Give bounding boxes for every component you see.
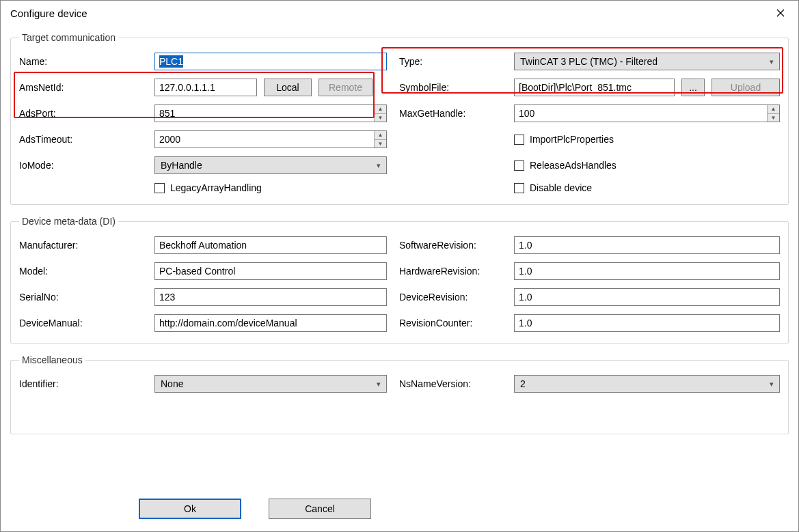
identifier-label: Identifier:: [19, 378, 142, 389]
remote-button: Remote: [319, 79, 373, 96]
symbolfile-row: ... Upload: [514, 79, 780, 96]
chevron-down-icon: ▾: [377, 161, 381, 170]
device-metadata-group: Device meta-data (DI) Manufacturer: Soft…: [10, 216, 789, 344]
symbolfile-input[interactable]: [514, 79, 675, 96]
checkbox-box: [514, 183, 524, 193]
devicerevision-input[interactable]: [514, 288, 780, 306]
amsnetid-row: Local Remote: [154, 79, 387, 96]
upload-button: Upload: [712, 79, 780, 96]
manufacturer-input[interactable]: [154, 236, 387, 254]
type-value: TwinCAT 3 PLC (TMC) - Filtered: [520, 56, 658, 67]
identifier-value: None: [161, 378, 183, 389]
adsport-spin[interactable]: 851 ▲▼: [154, 104, 387, 122]
nsnameversion-value: 2: [520, 378, 526, 389]
nsnameversion-combo[interactable]: 2 ▾: [514, 375, 780, 393]
device-metadata-legend: Device meta-data (DI): [19, 216, 118, 227]
cancel-button[interactable]: Cancel: [269, 499, 371, 519]
type-combo[interactable]: TwinCAT 3 PLC (TMC) - Filtered ▾: [514, 53, 780, 70]
manufacturer-label: Manufacturer:: [19, 240, 142, 251]
amsnetid-input[interactable]: [154, 79, 257, 96]
maxgethandle-label: MaxGetHandle:: [399, 108, 502, 119]
name-value: PLC1: [159, 55, 183, 68]
checkbox-box: [514, 160, 524, 171]
hardwarerevision-label: HardwareRevision:: [399, 266, 502, 277]
name-label: Name:: [19, 56, 142, 67]
legacyarray-label: LegacyArrayHandling: [170, 182, 262, 193]
meta-grid: Manufacturer: SoftwareRevision: Model: H…: [19, 236, 780, 332]
adsport-spinner-arrows[interactable]: ▲▼: [374, 105, 386, 122]
symbolfile-label: SymbolFile:: [399, 82, 502, 93]
identifier-combo[interactable]: None ▾: [154, 375, 387, 393]
devicemanual-input[interactable]: [154, 314, 387, 332]
devicerevision-label: DeviceRevision:: [399, 292, 502, 303]
model-label: Model:: [19, 266, 142, 277]
target-communication-legend: Target communication: [19, 32, 118, 43]
adsport-label: AdsPort:: [19, 108, 142, 119]
iomode-combo[interactable]: ByHandle ▾: [154, 156, 387, 174]
serialno-label: SerialNo:: [19, 292, 142, 303]
type-label: Type:: [399, 56, 502, 67]
footer-buttons: Ok Cancel: [139, 499, 371, 519]
adstimeout-value: 2000: [155, 131, 374, 148]
importplc-label: ImportPlcProperties: [530, 134, 614, 145]
serialno-input[interactable]: [154, 288, 387, 306]
titlebar: Configure device: [1, 1, 798, 25]
maxgethandle-value: 100: [515, 105, 767, 122]
chevron-down-icon: ▾: [770, 380, 774, 389]
checkbox-box: [514, 135, 524, 145]
releaseads-checkbox[interactable]: ReleaseAdsHandles: [514, 160, 780, 171]
configure-device-window: Configure device Target communication Na…: [0, 0, 799, 532]
iomode-label: IoMode:: [19, 160, 142, 171]
close-button[interactable]: [766, 3, 796, 23]
softwarerevision-input[interactable]: [514, 236, 780, 254]
releaseads-label: ReleaseAdsHandles: [530, 160, 617, 171]
amsnetid-label: AmsNetId:: [19, 82, 142, 93]
adstimeout-spinner-arrows[interactable]: ▲▼: [374, 131, 386, 148]
adstimeout-label: AdsTimeout:: [19, 134, 142, 145]
chevron-down-icon: ▾: [770, 57, 774, 66]
importplc-checkbox[interactable]: ImportPlcProperties: [514, 134, 780, 145]
local-button[interactable]: Local: [264, 79, 312, 96]
hardwarerevision-input[interactable]: [514, 262, 780, 280]
chevron-down-icon: ▾: [377, 380, 381, 389]
devicemanual-label: DeviceManual:: [19, 318, 142, 328]
disabledevice-checkbox[interactable]: Disable device: [514, 182, 780, 193]
checkbox-box: [154, 183, 165, 193]
revisioncounter-label: RevisionCounter:: [399, 318, 502, 328]
content-area: Target communication Name: PLC1 Type: Tw…: [1, 25, 798, 531]
browse-button[interactable]: ...: [681, 79, 705, 96]
adstimeout-spin[interactable]: 2000 ▲▼: [154, 130, 387, 148]
miscellaneous-legend: Miscellaneous: [19, 354, 85, 365]
maxgethandle-spinner-arrows[interactable]: ▲▼: [767, 105, 779, 122]
disabledevice-label: Disable device: [530, 182, 592, 193]
nsnameversion-label: NsNameVersion:: [399, 378, 502, 389]
maxgethandle-spin[interactable]: 100 ▲▼: [514, 104, 780, 122]
target-grid: Name: PLC1 Type: TwinCAT 3 PLC (TMC) - F…: [19, 53, 780, 193]
name-input[interactable]: PLC1: [154, 53, 387, 70]
miscellaneous-group: Miscellaneous Identifier: None ▾ NsNameV…: [10, 354, 789, 434]
softwarerevision-label: SoftwareRevision:: [399, 240, 502, 251]
close-icon: [776, 9, 785, 17]
iomode-value: ByHandle: [161, 160, 202, 171]
legacyarray-checkbox[interactable]: LegacyArrayHandling: [154, 182, 387, 193]
ok-button[interactable]: Ok: [139, 499, 241, 519]
target-communication-group: Target communication Name: PLC1 Type: Tw…: [10, 32, 789, 205]
revisioncounter-input[interactable]: [514, 314, 780, 332]
adsport-value: 851: [155, 105, 374, 122]
misc-grid: Identifier: None ▾ NsNameVersion: 2 ▾: [19, 375, 780, 393]
window-title: Configure device: [10, 8, 87, 19]
model-input[interactable]: [154, 262, 387, 280]
